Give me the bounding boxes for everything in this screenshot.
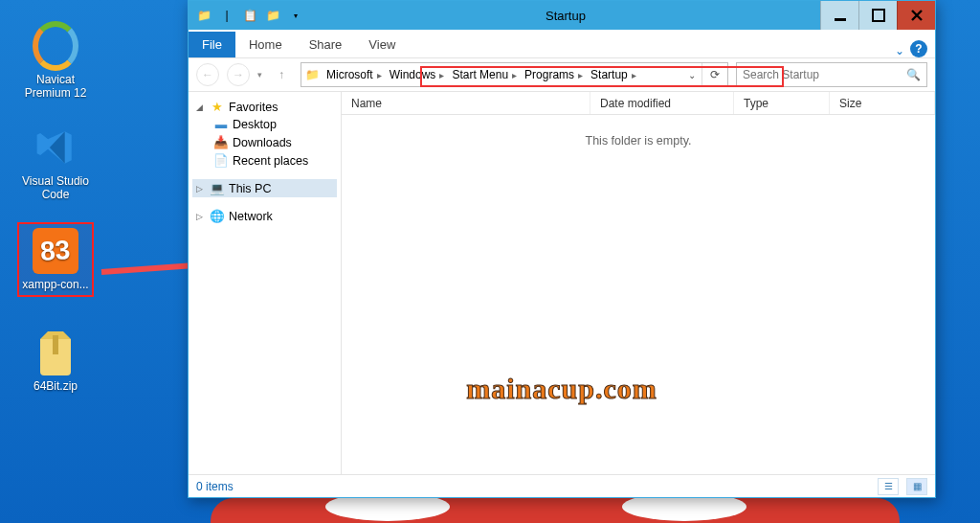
up-button[interactable]: ↑ (270, 63, 293, 86)
nav-label: Recent places (233, 154, 308, 168)
watermark-text: mainacup.com (466, 373, 657, 405)
network-icon: 🌐 (210, 209, 225, 223)
desktop-icon-label: Visual Studio Code (17, 174, 94, 202)
nav-label: Downloads (233, 136, 292, 149)
status-bar: 0 items ☰ ▦ (189, 474, 935, 497)
crumb-windows[interactable]: Windows (386, 68, 449, 81)
address-dropdown-icon[interactable]: ⌄ (682, 70, 702, 80)
desktop-icon-xampp[interactable]: 83 xampp-con... (17, 222, 94, 297)
file-list: Name Date modified Type Size This folder… (342, 92, 935, 474)
search-icon[interactable]: 🔍 (906, 68, 921, 81)
nav-label: Network (229, 210, 273, 223)
svg-rect-2 (835, 18, 846, 21)
crumb-programs[interactable]: Programs (521, 68, 587, 81)
ribbon: File Home Share View ⌄ ? (189, 30, 935, 58)
svg-rect-0 (53, 335, 58, 354)
search-input[interactable] (743, 68, 906, 81)
recent-icon: 📄 (213, 153, 229, 168)
qat-dropdown-icon[interactable]: ▾ (286, 6, 305, 25)
address-bar[interactable]: 📁 Microsoft Windows Start Menu Programs … (301, 62, 728, 87)
zip-icon (33, 330, 78, 375)
forward-button[interactable]: → (227, 63, 250, 86)
details-view-button[interactable]: ☰ (878, 478, 899, 495)
titlebar[interactable]: 📁 | 📋 📁 ▾ Startup (189, 1, 935, 30)
downloads-icon: 📥 (213, 135, 229, 149)
nav-pane: ◢★Favorites ▬Desktop 📥Downloads 📄Recent … (189, 92, 342, 474)
tab-view[interactable]: View (355, 32, 409, 57)
maximize-button[interactable] (858, 1, 897, 30)
help-icon[interactable]: ? (910, 40, 927, 57)
item-count: 0 items (196, 480, 870, 493)
decorative-footer (211, 498, 900, 523)
tab-share[interactable]: Share (296, 32, 356, 57)
empty-folder-text: This folder is empty. (342, 115, 935, 474)
desktop-icon-label: 64Bit.zip (17, 379, 94, 393)
desktop-icon-label: Navicat Premium 12 (17, 73, 94, 101)
nav-downloads[interactable]: 📥Downloads (192, 133, 337, 151)
new-folder-icon[interactable]: 📁 (263, 6, 282, 25)
desktop-icon: ▬ (213, 118, 229, 131)
nav-label: This PC (229, 182, 271, 195)
close-button[interactable] (897, 1, 935, 30)
nav-history-dropdown[interactable]: ▾ (257, 70, 262, 80)
icons-view-button[interactable]: ▦ (906, 478, 927, 495)
col-type[interactable]: Type (734, 92, 830, 114)
pc-icon: 💻 (210, 181, 225, 195)
column-headers: Name Date modified Type Size (342, 92, 935, 115)
tab-file[interactable]: File (189, 32, 235, 57)
tab-home[interactable]: Home (235, 32, 296, 57)
nav-desktop[interactable]: ▬Desktop (192, 116, 337, 133)
navicat-icon (33, 23, 78, 69)
explorer-window: 📁 | 📋 📁 ▾ Startup File Home Share View ⌄… (188, 0, 936, 498)
nav-recent[interactable]: 📄Recent places (192, 151, 337, 170)
search-box[interactable]: 🔍 (736, 62, 927, 87)
nav-label: Favorites (229, 101, 278, 114)
quick-access-toolbar: 📁 | 📋 📁 ▾ (189, 6, 311, 25)
minimize-button[interactable] (820, 1, 858, 30)
ribbon-expand-icon[interactable]: ⌄ (895, 44, 904, 57)
star-icon: ★ (210, 100, 225, 114)
crumb-start-menu[interactable]: Start Menu (448, 68, 521, 81)
desktop-icon-vscode[interactable]: Visual Studio Code (17, 125, 94, 202)
nav-label: Desktop (233, 118, 277, 131)
address-folder-icon[interactable]: 📁 (301, 68, 323, 81)
vscode-icon (33, 125, 78, 171)
qat-separator: | (217, 6, 236, 25)
properties-icon[interactable]: 📋 (240, 6, 259, 25)
refresh-button[interactable]: ⟳ (702, 63, 727, 86)
nav-network[interactable]: ▷🌐Network (192, 207, 337, 225)
back-button[interactable]: ← (196, 63, 219, 86)
folder-icon[interactable]: 📁 (194, 6, 213, 25)
svg-rect-3 (873, 10, 884, 21)
desktop-icon-label: xampp-con... (19, 278, 92, 291)
window-title: Startup (311, 9, 820, 23)
col-size[interactable]: Size (830, 92, 935, 114)
col-date[interactable]: Date modified (590, 92, 734, 114)
crumb-microsoft[interactable]: Microsoft (323, 68, 386, 81)
navbar: ← → ▾ ↑ 📁 Microsoft Windows Start Menu P… (189, 58, 935, 91)
crumb-startup[interactable]: Startup (587, 68, 640, 81)
desktop-icon-64bit-zip[interactable]: 64Bit.zip (17, 330, 94, 393)
nav-favorites[interactable]: ◢★Favorites (192, 98, 337, 116)
nav-this-pc[interactable]: ▷💻This PC (192, 179, 337, 197)
col-name[interactable]: Name (342, 92, 590, 114)
desktop-icon-navicat[interactable]: Navicat Premium 12 (17, 23, 94, 101)
xampp-icon: 83 (33, 228, 78, 274)
